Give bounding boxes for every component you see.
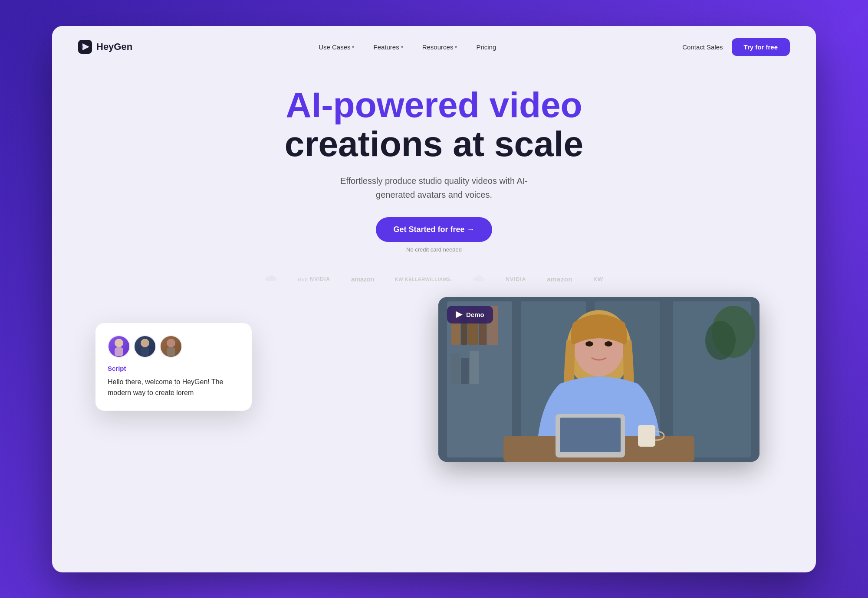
nav-resources[interactable]: Resources ▾ xyxy=(414,40,465,54)
chevron-down-icon: ▾ xyxy=(352,45,354,49)
nav-use-cases[interactable]: Use Cases ▾ xyxy=(311,40,362,54)
script-label: Script xyxy=(108,365,240,372)
hero-title-line2: creations at scale xyxy=(61,124,807,163)
logo-amazon: amazon xyxy=(351,275,374,283)
avatar-3[interactable] xyxy=(160,335,182,358)
logos-strip: NVIDIA NVIDIA amazon KW KELLERWILLIAMS. … xyxy=(52,266,816,297)
svg-rect-33 xyxy=(638,425,655,447)
nav-center: Use Cases ▾ Features ▾ Resources ▾ Prici… xyxy=(311,40,504,54)
chevron-down-icon: ▾ xyxy=(401,45,403,49)
hero-title: AI-powered video creations at scale xyxy=(61,85,807,163)
svg-point-7 xyxy=(141,339,149,347)
hero-subtitle: Effortlessly produce studio quality vide… xyxy=(334,174,534,202)
svg-point-2 xyxy=(82,46,83,48)
script-card: Script Hello there, welcome to HeyGen! T… xyxy=(95,323,252,411)
browser-window: HeyGen Use Cases ▾ Features ▾ Resources … xyxy=(52,26,816,572)
get-started-button[interactable]: Get Started for free → xyxy=(376,217,492,242)
hero-section: AI-powered video creations at scale Effo… xyxy=(52,68,816,266)
svg-text:NVIDIA: NVIDIA xyxy=(298,277,308,282)
svg-rect-32 xyxy=(560,418,621,452)
logo-nvidia2: NVIDIA xyxy=(506,276,526,282)
logo[interactable]: HeyGen xyxy=(78,40,132,54)
svg-point-5 xyxy=(115,339,123,347)
nav-right: Contact Sales Try for free xyxy=(682,38,790,56)
cta-container: Get Started for free → No credit card ne… xyxy=(61,217,807,253)
try-free-button[interactable]: Try for free xyxy=(732,38,790,56)
play-icon xyxy=(456,311,463,318)
navbar: HeyGen Use Cases ▾ Features ▾ Resources … xyxy=(52,26,816,68)
demo-badge[interactable]: Demo xyxy=(447,306,493,324)
cta-note: No credit card needed xyxy=(406,246,462,253)
logo-amazon2: amazon xyxy=(547,275,572,283)
video-section: Script Hello there, welcome to HeyGen! T… xyxy=(52,297,816,479)
avatar-1[interactable] xyxy=(108,335,130,358)
chevron-down-icon: ▾ xyxy=(455,45,457,49)
video-frame[interactable]: Demo xyxy=(438,297,760,462)
svg-point-29 xyxy=(605,341,612,346)
logo-text: HeyGen xyxy=(96,41,132,52)
logo-kw: KW KELLERWILLIAMS. xyxy=(395,277,452,282)
nav-pricing[interactable]: Pricing xyxy=(468,40,504,54)
svg-point-9 xyxy=(167,339,175,347)
nav-features[interactable]: Features ▾ xyxy=(365,40,411,54)
svg-rect-6 xyxy=(115,347,123,356)
hero-title-line1: AI-powered video xyxy=(61,85,807,124)
video-inner: Demo xyxy=(438,297,760,462)
logo-salesforce xyxy=(265,274,277,284)
avatar-2[interactable] xyxy=(134,335,156,358)
svg-rect-10 xyxy=(167,347,175,356)
avatar-row xyxy=(108,335,240,358)
svg-point-28 xyxy=(585,341,593,346)
logo-salesforce2 xyxy=(473,274,485,284)
demo-label: Demo xyxy=(466,311,484,318)
svg-rect-8 xyxy=(141,347,149,356)
logo-kw2: KW xyxy=(593,276,603,282)
contact-sales-link[interactable]: Contact Sales xyxy=(682,43,723,51)
script-text: Hello there, welcome to HeyGen! The mode… xyxy=(108,376,240,399)
logo-nvidia: NVIDIA NVIDIA xyxy=(298,276,330,283)
